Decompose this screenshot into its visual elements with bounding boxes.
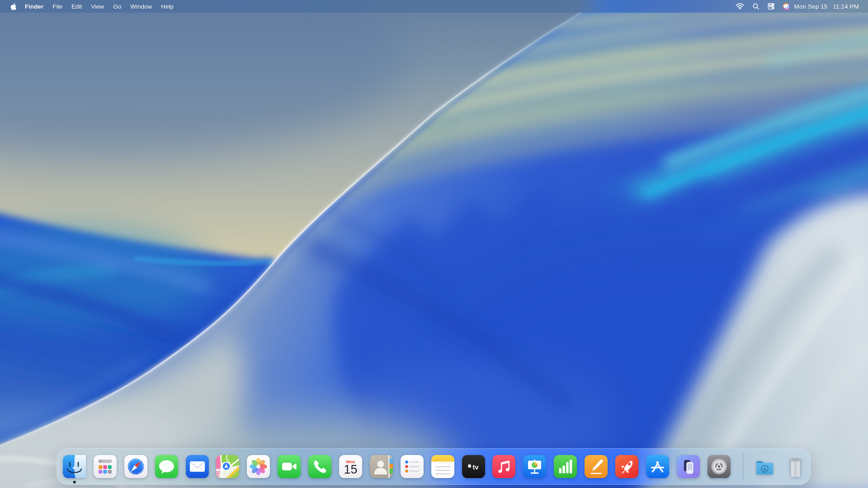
downloads-folder-icon: [753, 455, 776, 478]
search-icon[interactable]: [749, 0, 764, 13]
dock-item-apps[interactable]: [94, 455, 117, 478]
dock-item-mail[interactable]: [186, 455, 209, 478]
menu-item-view[interactable]: View: [86, 0, 108, 13]
keynote-icon: [523, 455, 546, 478]
dock-item-downloads[interactable]: [753, 455, 776, 478]
wifi-icon[interactable]: [731, 0, 749, 13]
mail-icon: [186, 455, 209, 478]
dock: Mon 15: [57, 448, 811, 485]
menu-item-file[interactable]: File: [48, 0, 67, 13]
dock-item-phone[interactable]: [308, 455, 331, 478]
finder-running-indicator: [73, 481, 76, 484]
notes-icon: [431, 455, 454, 478]
menu-item-help[interactable]: Help: [156, 0, 178, 13]
dock-item-messages[interactable]: [155, 455, 178, 478]
trash-icon: [784, 455, 807, 478]
dock-item-photos[interactable]: [247, 455, 270, 478]
dock-item-maps[interactable]: [216, 455, 239, 478]
menu-item-go[interactable]: Go: [108, 0, 126, 13]
music-icon: [492, 455, 515, 478]
dock-separator: [743, 454, 744, 480]
apps-launchpad-icon: [94, 455, 117, 478]
dock-item-pages[interactable]: [585, 455, 608, 478]
dock-item-settings[interactable]: [708, 455, 731, 478]
dock-item-iphone-mirroring[interactable]: [677, 455, 700, 478]
finder-icon: [63, 455, 86, 478]
phone-icon: [308, 455, 331, 478]
dock-item-music[interactable]: [492, 455, 515, 478]
dock-item-reminders[interactable]: [401, 455, 424, 478]
menu-item-window[interactable]: Window: [126, 0, 156, 13]
tv-label: tv: [472, 464, 478, 471]
menubar-time: 11:14 PM: [833, 3, 859, 10]
calendar-day: 15: [344, 463, 357, 476]
iphone-mirroring-icon: [677, 455, 700, 478]
dock-item-facetime[interactable]: [278, 455, 301, 478]
control-center-glyph: [768, 3, 774, 9]
calendar-icon: Mon 15: [339, 455, 362, 478]
maps-icon: [216, 455, 239, 478]
menubar-date: Mon Sep 15: [794, 3, 828, 10]
dock-item-appstore[interactable]: [646, 455, 669, 478]
numbers-icon: [554, 455, 577, 478]
tv-icon: tv: [462, 455, 485, 478]
reminders-icon: [401, 455, 424, 478]
rocket-icon: [615, 455, 638, 478]
safari-icon: [124, 455, 147, 478]
menu-bar: Finder File Edit View Go Window Help: [0, 0, 868, 13]
menu-bar-right: Mon Sep 15 11:14 PM: [731, 0, 868, 13]
menu-item-edit[interactable]: Edit: [67, 0, 86, 13]
dock-item-trash[interactable]: [784, 455, 807, 478]
apple-logo-icon: [10, 3, 17, 10]
app-store-icon: [646, 455, 669, 478]
menubar-clock[interactable]: Mon Sep 15 11:14 PM: [794, 3, 859, 10]
dock-item-rocket[interactable]: [615, 455, 638, 478]
dock-item-notes[interactable]: [431, 455, 454, 478]
menu-app-title[interactable]: Finder: [19, 0, 48, 13]
wallpaper: [0, 0, 868, 488]
wifi-glyph: [736, 3, 744, 9]
dock-item-keynote[interactable]: [523, 455, 546, 478]
system-settings-icon: [708, 455, 731, 478]
facetime-icon: [278, 455, 301, 478]
dock-item-safari[interactable]: [124, 455, 147, 478]
apple-menu[interactable]: [8, 0, 19, 13]
siri-icon[interactable]: [779, 0, 794, 13]
dock-item-finder[interactable]: [63, 455, 86, 478]
dock-item-calendar[interactable]: Mon 15: [339, 455, 362, 478]
photos-icon: [247, 455, 270, 478]
control-center-icon[interactable]: [764, 0, 779, 13]
dock-item-contacts[interactable]: [370, 455, 393, 478]
dock-item-tv[interactable]: tv: [462, 455, 485, 478]
search-glyph: [753, 3, 759, 9]
contacts-icon: [370, 455, 393, 478]
dock-item-numbers[interactable]: [554, 455, 577, 478]
messages-icon: [155, 455, 178, 478]
siri-glyph: [783, 3, 790, 10]
menu-bar-left: Finder File Edit View Go Window Help: [0, 0, 178, 13]
pages-icon: [585, 455, 608, 478]
